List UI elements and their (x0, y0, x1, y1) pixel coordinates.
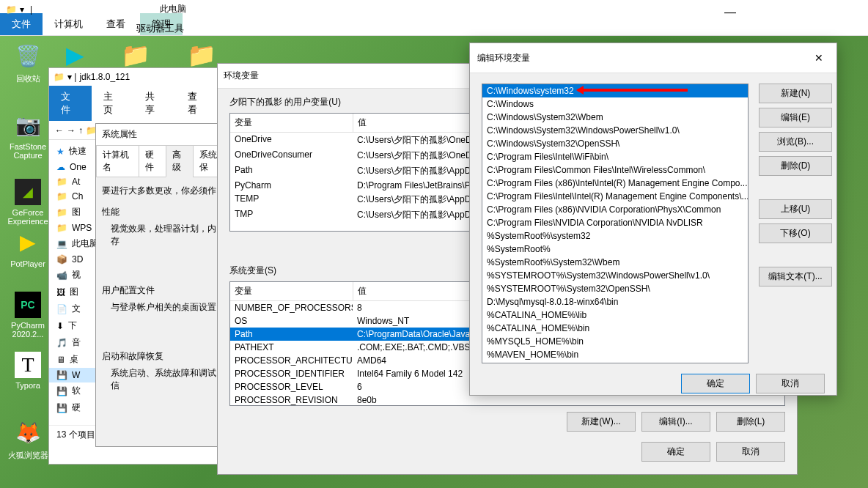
tab-computer[interactable]: 计算机 (43, 13, 95, 35)
desktop-icon-label: GeForce Experience (6, 208, 50, 226)
edit-button[interactable]: 编辑(E) (759, 108, 832, 127)
up-icon[interactable]: ↑ (78, 125, 83, 136)
tab-share[interactable]: 共享 (133, 86, 176, 121)
col-var: 变量 (230, 282, 353, 300)
delete-button[interactable]: 删除(D) (759, 156, 832, 176)
list-item[interactable]: %CATALINA_HOME%\bin (482, 322, 748, 335)
movedown-button[interactable]: 下移(O) (759, 223, 832, 243)
edittext-button[interactable]: 编辑文本(T)... (759, 267, 832, 286)
tab-hardware[interactable]: 硬件 (139, 145, 166, 177)
list-item[interactable]: C:\Windows\System32\Wbem (482, 111, 748, 124)
moveup-button[interactable]: 上移(U) (759, 199, 832, 219)
profile-desc: 与登录帐户相关的桌面设置 (102, 301, 222, 314)
tab-advanced[interactable]: 高级 (166, 145, 194, 177)
annotation-arrow (578, 89, 688, 95)
list-item[interactable]: D:\Mysql\mysql-8.0.18-winx64\bin (482, 295, 748, 308)
dialog-title: 编辑环境变量 (477, 52, 530, 64)
list-item[interactable]: C:\Windows\System32\OpenSSH\ (482, 137, 748, 150)
startup-desc: 系统启动、系统故障和调试信 (102, 367, 222, 392)
tab-view[interactable]: 查看 (176, 86, 218, 121)
list-item[interactable]: %MAVEN_HOME%\bin (482, 348, 748, 361)
close-icon[interactable]: ✕ (809, 49, 829, 67)
startup-heading: 启动和故障恢复 (102, 350, 222, 363)
list-item[interactable]: %SYSTEMROOT%\System32\OpenSSH\ (482, 282, 748, 295)
desktop-icon-geforce[interactable]: ◢GeForce Experience (6, 179, 50, 226)
ok-button[interactable]: 确定 (641, 442, 710, 462)
list-item[interactable]: %SYSTEMROOT%\System32\WindowsPowerShell\… (482, 269, 748, 282)
tab-computername[interactable]: 计算机名 (96, 145, 139, 177)
system-properties-dialog: 系统属性 计算机名 硬件 高级 系统保 要进行大多数更改，你必须作 性能 视觉效… (95, 123, 229, 447)
desktop-icon-firefox[interactable]: 🦊火狐浏览器 (6, 418, 50, 461)
profile-heading: 用户配置文件 (102, 284, 222, 297)
forward-icon[interactable]: → (67, 125, 76, 136)
desktop-icon-potplayer[interactable]: ▶PotPlayer (6, 227, 50, 268)
desktop-icon-pycharm[interactable]: PCPyCharm 2020.2... (6, 292, 50, 339)
desktop-icon-faststone[interactable]: 📷FastStone Capture (6, 110, 50, 160)
edit-button[interactable]: 编辑(I)... (641, 412, 710, 432)
cancel-button[interactable]: 取消 (716, 442, 785, 462)
path-list[interactable]: C:\Windows\system32C:\WindowsC:\Windows\… (482, 84, 749, 363)
list-item[interactable]: %SystemRoot%\System32\Wbem (482, 256, 748, 269)
minimize-icon[interactable]: — (724, 6, 736, 19)
desktop-icon-typora[interactable]: TTypora (6, 352, 50, 390)
desktop-icon-label: 火狐浏览器 (6, 450, 50, 461)
dropdown-icon[interactable]: ▾ | (67, 72, 76, 82)
list-item[interactable]: C:\Windows\System32\WindowsPowerShell\v1… (482, 124, 748, 137)
folder-icon: 📁 (6, 4, 17, 15)
desktop-icon-label: FastStone Capture (6, 142, 50, 160)
delete-button[interactable]: 删除(L) (716, 412, 785, 432)
new-button[interactable]: 新建(W)... (567, 412, 636, 432)
new-button[interactable]: 新建(N) (759, 84, 832, 103)
list-item[interactable]: C:\Windows (482, 97, 748, 111)
perf-desc: 视觉效果，处理器计划，内存 (102, 223, 222, 248)
list-item[interactable]: C:\Program Files (x86)\NVIDIA Corporatio… (482, 203, 748, 216)
explorer-title-text: 此电脑 (160, 3, 186, 15)
sysprops-tabs: 计算机名 硬件 高级 系统保 (96, 145, 228, 177)
list-item[interactable]: %SystemRoot% (482, 243, 748, 256)
list-item[interactable]: C:\Program Files\Intel\Intel(R) Manageme… (482, 190, 748, 203)
tab-file[interactable]: 文件 (49, 86, 92, 121)
list-item[interactable]: C:\Program Files\Common Files\Intel\Wire… (482, 163, 748, 177)
folder-icon[interactable]: ▶ (66, 41, 84, 69)
back-icon[interactable]: ← (55, 125, 64, 136)
tab-drivetools[interactable]: 驱动器工具 (125, 18, 196, 40)
list-item[interactable]: %MYSQL5_HOME%\bin (482, 335, 748, 348)
list-item[interactable]: %JAVA_HOME%\bin (482, 361, 748, 363)
list-item[interactable]: C:\Program Files (x86)\Intel\Intel(R) Ma… (482, 177, 748, 190)
tab-home[interactable]: 主页 (92, 86, 134, 121)
cancel-button[interactable]: 取消 (756, 374, 825, 393)
sysprops-note: 要进行大多数更改，你必须作 (102, 185, 222, 197)
down-icon[interactable]: ▾ (20, 4, 24, 15)
desktop-folder-row: ▶ 📁 📁 (66, 41, 216, 69)
file-title: jdk1.8.0_121 (79, 72, 130, 82)
col-var: 变量 (230, 114, 353, 132)
desktop-icon-recycle[interactable]: 🗑️回收站 (6, 41, 50, 84)
dialog-title: 系统属性 (96, 124, 228, 145)
folder-icon[interactable]: 📁 (187, 41, 216, 69)
folder-icon[interactable]: 📁 (121, 41, 150, 69)
list-item[interactable]: %CATALINA_HOME%\lib (482, 308, 748, 322)
desktop-icon-label: Typora (6, 381, 50, 390)
desktop-icon-label: PyCharm 2020.2... (6, 321, 50, 339)
edit-env-variable-dialog: 编辑环境变量 ✕ C:\Windows\system32C:\WindowsC:… (469, 42, 837, 396)
explorer-ribbon: 📁 ▾ | 此电脑 文件 计算机 查看 管理 驱动器工具 — (0, 0, 868, 36)
list-item[interactable]: C:\Program Files\NVIDIA Corporation\NVID… (482, 216, 748, 229)
desktop-icon-label: PotPlayer (6, 259, 50, 268)
ok-button[interactable]: 确定 (681, 374, 750, 393)
list-item[interactable]: %SystemRoot%\system32 (482, 229, 748, 243)
file-titlebar: 📁 ▾ | jdk1.8.0_121 (49, 68, 218, 86)
folder-icon: 📁 (54, 72, 65, 82)
explorer-title: 📁 ▾ | 此电脑 (6, 3, 186, 15)
browse-button[interactable]: 浏览(B)... (759, 132, 832, 152)
desktop-icon-label: 回收站 (6, 73, 50, 84)
list-item[interactable]: C:\Program Files\Intel\WiFi\bin\ (482, 150, 748, 163)
tab-file[interactable]: 文件 (0, 13, 43, 35)
perf-heading: 性能 (102, 206, 222, 218)
